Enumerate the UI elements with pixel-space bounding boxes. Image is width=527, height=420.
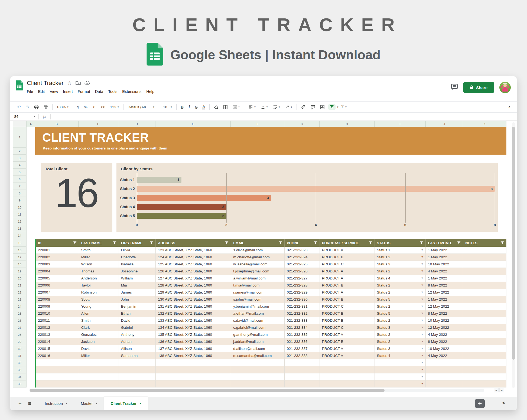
cell-last-name[interactable]: Jackson bbox=[79, 338, 119, 345]
row-header[interactable]: 30 bbox=[13, 345, 27, 352]
status-dropdown-icon[interactable]: ▼ bbox=[421, 331, 423, 338]
fill-color-icon[interactable] bbox=[211, 105, 221, 109]
cell-status[interactable]: Status 4▼ bbox=[375, 352, 426, 359]
cell-email[interactable]: w.isabella@mail.com bbox=[231, 261, 285, 268]
cell-id[interactable]: 220012 bbox=[36, 324, 79, 331]
cell-empty[interactable] bbox=[119, 359, 156, 366]
cell-empty[interactable] bbox=[231, 380, 285, 388]
select-all-corner[interactable] bbox=[13, 121, 27, 127]
show-side-panel-icon[interactable]: < bbox=[502, 400, 505, 406]
cell-empty[interactable] bbox=[156, 366, 231, 373]
cell-last-update[interactable]: 4 May 2022 bbox=[426, 331, 463, 338]
cell-phone[interactable]: 021-232-333 bbox=[285, 317, 320, 324]
row-header[interactable]: 28 bbox=[13, 331, 27, 338]
cell-empty[interactable] bbox=[463, 359, 506, 366]
text-color-icon[interactable]: A bbox=[200, 105, 207, 110]
cell-address[interactable]: 132 ABC Street, XYZ State, 1060 bbox=[156, 310, 231, 317]
decrease-decimal-icon[interactable]: .0 bbox=[90, 105, 98, 109]
cell-email[interactable]: s.david@mail.com bbox=[231, 317, 285, 324]
cell-address[interactable]: 130 ABC Street, XYZ State, 1060 bbox=[156, 296, 231, 303]
menu-item[interactable]: Help bbox=[144, 89, 157, 95]
status-dropdown-icon[interactable]: ▼ bbox=[421, 359, 423, 366]
bold-icon[interactable]: B bbox=[178, 105, 186, 109]
cell-email[interactable]: a.william@mail.com bbox=[231, 275, 285, 282]
cell-status[interactable]: Status 2▼ bbox=[375, 289, 426, 296]
table-header[interactable]: LAST UPDATE bbox=[426, 239, 463, 247]
cell-empty[interactable] bbox=[36, 380, 79, 388]
cell-phone[interactable]: 021-232-329 bbox=[285, 289, 320, 296]
row-header[interactable]: 8 bbox=[13, 190, 27, 197]
cell-last-name[interactable]: Gonzalez bbox=[79, 331, 119, 338]
cell-empty[interactable]: ▼ bbox=[375, 366, 426, 373]
move-to-folder-icon[interactable] bbox=[76, 81, 81, 86]
document-status-cloud-icon[interactable] bbox=[84, 81, 90, 86]
horizontal-scrollbar[interactable] bbox=[29, 389, 484, 392]
cell-status[interactable]: Status 2▼ bbox=[375, 338, 426, 345]
cell-id[interactable]: 220013 bbox=[36, 331, 79, 338]
font-size-select[interactable]: 10▼ bbox=[161, 105, 175, 109]
cell-email[interactable]: y.benjamin@mail.com bbox=[231, 303, 285, 310]
cell-email[interactable]: g.anthony@mail.com bbox=[231, 331, 285, 338]
cell-first-name[interactable]: Mia bbox=[119, 282, 156, 289]
cell-last-name[interactable]: Wilson bbox=[79, 261, 119, 268]
cell-address[interactable]: 137 ABC Street, XYZ State, 1060 bbox=[156, 345, 231, 352]
cell-address[interactable]: 128 ABC Street, XYZ State, 1060 bbox=[156, 282, 231, 289]
cell-product[interactable]: PRODUCT A bbox=[320, 268, 375, 275]
column-header[interactable]: K bbox=[463, 121, 506, 127]
cell-last-update[interactable]: 12 May 2022 bbox=[426, 289, 463, 296]
status-dropdown-icon[interactable]: ▼ bbox=[421, 338, 423, 345]
cell-last-update[interactable]: 4 May 2022 bbox=[426, 352, 463, 359]
cell-status[interactable]: Status 2▼ bbox=[375, 254, 426, 261]
cell-email[interactable]: j.adrian@mail.com bbox=[231, 338, 285, 345]
cell-empty[interactable]: ▼ bbox=[375, 359, 426, 366]
row-header[interactable]: 23 bbox=[13, 296, 27, 303]
cell-product[interactable]: PRODUCT A bbox=[320, 275, 375, 282]
cell-first-name[interactable]: Ethan bbox=[119, 310, 156, 317]
cell-id[interactable]: 220011 bbox=[36, 317, 79, 324]
cell-last-name[interactable]: Miller bbox=[79, 254, 119, 261]
cell-address[interactable]: 123 ABC Street, XYZ State, 1060 bbox=[156, 247, 231, 254]
vertical-align-icon[interactable]: ▼ bbox=[258, 105, 271, 109]
cell-address[interactable]: 131 ABC Street, XYZ State, 1060 bbox=[156, 303, 231, 310]
strikethrough-icon[interactable]: S bbox=[192, 105, 200, 109]
menu-item[interactable]: File bbox=[24, 89, 35, 95]
filter-views-chevron-icon[interactable]: ▼ bbox=[337, 106, 339, 108]
cell-status[interactable]: Status 5▼ bbox=[375, 310, 426, 317]
row-header[interactable]: 22 bbox=[13, 289, 27, 296]
menu-item[interactable]: Extensions bbox=[120, 89, 144, 95]
cell-address[interactable]: 134 ABC Street, XYZ State, 1060 bbox=[156, 324, 231, 331]
column-header[interactable]: C bbox=[79, 121, 118, 127]
column-header[interactable]: D bbox=[118, 121, 155, 127]
cell-empty[interactable] bbox=[320, 373, 375, 380]
cell-notes[interactable] bbox=[463, 282, 506, 289]
star-icon[interactable]: ☆ bbox=[67, 81, 72, 86]
status-dropdown-icon[interactable]: ▼ bbox=[421, 380, 423, 387]
cell-empty[interactable] bbox=[426, 373, 463, 380]
cell-empty[interactable] bbox=[426, 359, 463, 366]
cell-id[interactable]: 220016 bbox=[36, 352, 79, 359]
cell-email[interactable]: a.ethan@mail.com bbox=[231, 310, 285, 317]
all-sheets-icon[interactable]: ≡ bbox=[25, 401, 35, 407]
explore-button[interactable] bbox=[475, 399, 485, 408]
number-format-menu[interactable]: 123▼ bbox=[108, 105, 122, 109]
cell-address[interactable]: 136 ABC Street, XYZ State, 1060 bbox=[156, 338, 231, 345]
cell-notes[interactable] bbox=[463, 338, 506, 345]
create-filter-icon[interactable] bbox=[328, 104, 336, 110]
cell-last-name[interactable]: Davis bbox=[79, 345, 119, 352]
text-wrap-icon[interactable]: ▼ bbox=[271, 105, 283, 109]
table-header[interactable]: EMAIL bbox=[231, 239, 285, 247]
row-header[interactable]: 32 bbox=[13, 359, 27, 366]
cell-last-update[interactable]: 4 May 2022 bbox=[426, 268, 463, 275]
cell-notes[interactable] bbox=[463, 317, 506, 324]
vertical-scroll-thumb[interactable] bbox=[512, 127, 515, 360]
cell-empty[interactable] bbox=[36, 373, 79, 380]
sheets-file-icon[interactable] bbox=[16, 80, 23, 92]
cell-product[interactable]: PRODUCT B bbox=[320, 338, 375, 345]
status-dropdown-icon[interactable]: ▼ bbox=[421, 254, 423, 261]
cell-last-update[interactable]: 1 May 2022 bbox=[426, 296, 463, 303]
cell-status[interactable]: Status 2▼ bbox=[375, 331, 426, 338]
cell-status[interactable]: Status 2▼ bbox=[375, 303, 426, 310]
scroll-left-icon[interactable]: ◀ bbox=[494, 388, 499, 392]
menu-item[interactable]: Format bbox=[75, 89, 93, 95]
sheet-banner[interactable]: CLIENT TRACKER Keep information of your … bbox=[35, 127, 506, 155]
